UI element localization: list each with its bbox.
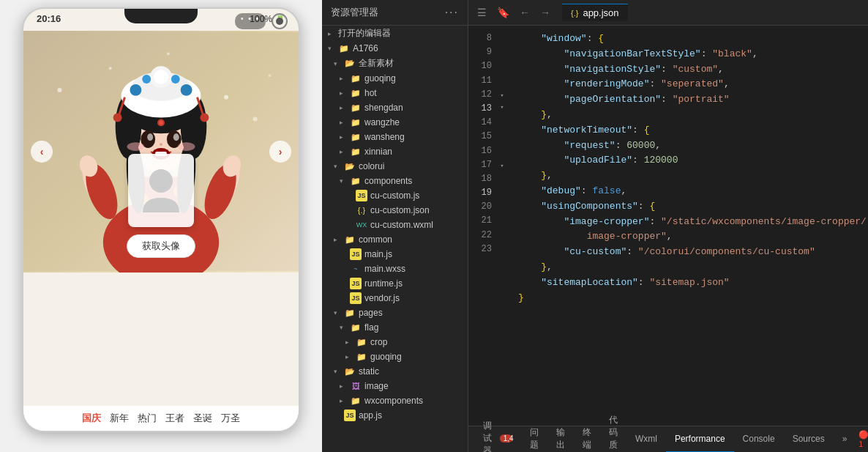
mainwxss-icon: ~	[350, 263, 362, 275]
wxcomponents-icon: 📁	[350, 395, 362, 407]
tag-wangzhe[interactable]: 王者	[165, 412, 184, 425]
issues-label: 问题	[530, 426, 539, 451]
tab-debugger[interactable]: 调试器 1,4	[474, 426, 521, 453]
phone-background-image: ‹ › 获取头像	[23, 31, 299, 273]
fold-btn-20	[498, 172, 506, 184]
fold-gutter: ▾ ▾ ▾	[498, 26, 509, 426]
tag-wansheng[interactable]: 万圣	[221, 412, 240, 425]
get-avatar-button[interactable]: 获取头像	[127, 234, 195, 258]
tag-shengdan[interactable]: 圣诞	[193, 412, 212, 425]
runtimejs-icon: JS	[350, 278, 362, 289]
mainwxss-label: main.wxss	[364, 264, 468, 274]
fold-btn-9	[498, 43, 506, 55]
hot-arrow	[340, 89, 350, 97]
folder-crop[interactable]: 📁 crop	[322, 335, 468, 349]
folder-common[interactable]: 📁 common	[322, 232, 468, 247]
cu-wxml-label: cu-custom.wxml	[370, 220, 468, 230]
three-dots[interactable]: • • •	[235, 13, 266, 29]
file-main-js[interactable]: JS main.js	[322, 247, 468, 262]
tab-console[interactable]: Console	[734, 426, 784, 453]
wangzhe-icon: 📁	[350, 116, 362, 128]
phone-top-controls: • • •	[235, 13, 288, 29]
common-label: common	[359, 234, 468, 245]
folder-pages[interactable]: 📁 pages	[322, 305, 468, 320]
tab-codequality[interactable]: 代码质量	[600, 426, 626, 453]
cu-json-label: cu-custom.json	[370, 205, 468, 215]
tab-more[interactable]: »	[834, 426, 856, 453]
code-line-8: "window": {	[509, 32, 868, 47]
file-runtime-js[interactable]: JS runtime.js	[322, 276, 468, 291]
cu-js-icon: JS	[356, 190, 367, 201]
record-button[interactable]	[272, 13, 288, 29]
code-content[interactable]: "window": { "navigationBarTextStyle": "b…	[509, 26, 868, 426]
debugger-label: 调试器	[483, 420, 497, 452]
code-line-13: },	[509, 108, 868, 123]
file-app-js[interactable]: JS app.js	[322, 408, 468, 423]
tag-guoqing[interactable]: 国庆	[82, 412, 101, 425]
json-tab-icon: {.}	[571, 9, 578, 18]
line-20: 20	[468, 200, 492, 214]
sources-label: Sources	[793, 434, 825, 444]
folder-hot[interactable]: 📁 hot	[322, 86, 468, 100]
file-cu-custom-json[interactable]: {.} cu-custom.json	[322, 203, 468, 218]
colorui-icon: 📂	[344, 160, 356, 172]
editor-tab-app-json[interactable]: {.} app.json	[562, 4, 628, 21]
nav-arrow-left[interactable]: ‹	[31, 141, 53, 163]
fold-btn-15	[498, 114, 506, 125]
cu-json-icon: {.}	[356, 204, 367, 216]
folder-colorui[interactable]: 📂 colorui	[322, 159, 468, 174]
folder-shengdan[interactable]: 📁 shengdan	[322, 100, 468, 115]
folder-quanxin[interactable]: 📂 全新素材	[322, 56, 468, 71]
image-label: image	[364, 381, 468, 391]
code-line-23: "sitemapLocation": "sitemap.json"	[509, 275, 868, 291]
folder-guoqing2[interactable]: 📁 guoqing	[322, 349, 468, 364]
back-icon[interactable]: ←	[517, 5, 533, 20]
components-arrow	[340, 177, 350, 185]
tab-output[interactable]: 输出	[547, 426, 574, 453]
guoqing2-arrow	[345, 353, 356, 360]
open-editors-section[interactable]: 打开的编辑器	[322, 26, 468, 41]
folder-xinnian[interactable]: 📁 xinnian	[322, 144, 468, 159]
tab-performance[interactable]: Performance	[666, 426, 734, 453]
fold-btn-10	[498, 55, 506, 67]
record-inner	[276, 18, 283, 25]
tab-wxml[interactable]: Wxml	[626, 426, 666, 453]
root-folder[interactable]: 📁 A1766	[322, 41, 468, 56]
bottom-toolbar: 调试器 1,4 问题 输出 终端 代码质量 Wxml Performance	[468, 426, 868, 452]
folder-static[interactable]: 📂 static	[322, 364, 468, 379]
fold-btn-14[interactable]: ▾	[498, 102, 506, 114]
hamburger-icon[interactable]: ☰	[474, 5, 490, 20]
folder-guoqing[interactable]: 📁 guoqing	[322, 71, 468, 86]
folder-wansheng[interactable]: 📁 wansheng	[322, 130, 468, 144]
folder-wangzhe[interactable]: 📁 wangzhe	[322, 115, 468, 130]
xinnian-arrow	[340, 148, 350, 155]
folder-image[interactable]: 🖼 image	[322, 379, 468, 393]
flag-arrow	[340, 324, 350, 331]
tag-hot[interactable]: 热门	[138, 412, 157, 425]
runtimejs-label: runtime.js	[364, 278, 468, 289]
file-vendor-js[interactable]: JS vendor.js	[322, 291, 468, 305]
fold-btn-19[interactable]: ▾	[498, 160, 506, 172]
file-main-wxss[interactable]: ~ main.wxss	[322, 262, 468, 276]
svg-point-45	[178, 142, 195, 151]
folder-wxcomponents[interactable]: 📁 wxcomponents	[322, 393, 468, 408]
bookmark-icon[interactable]: 🔖	[494, 5, 512, 20]
folder-flag[interactable]: 📁 flag	[322, 320, 468, 335]
tag-xinnian[interactable]: 新年	[110, 412, 129, 425]
nav-arrow-right[interactable]: ›	[269, 141, 291, 163]
error-count: 🔴 1	[858, 430, 868, 448]
wansheng-label: wansheng	[364, 132, 468, 142]
quanxin-label: 全新素材	[359, 57, 468, 70]
folder-components[interactable]: 📁 components	[322, 174, 468, 188]
forward-icon[interactable]: →	[537, 5, 553, 20]
file-cu-custom-wxml[interactable]: WX cu-custom.wxml	[322, 218, 468, 232]
explorer-panel: 资源管理器 ··· 打开的编辑器 📁 A1766 📂 全新素材 📁 guoqin…	[322, 0, 468, 452]
explorer-menu-icon[interactable]: ···	[445, 6, 459, 19]
tab-issues[interactable]: 问题	[521, 426, 547, 453]
tab-terminal[interactable]: 终端	[574, 426, 600, 453]
file-cu-custom-js[interactable]: JS cu-custom.js	[322, 188, 468, 203]
fold-btn-13[interactable]: ▾	[498, 90, 506, 102]
debug-tabs: 调试器 1,4 问题 输出 终端 代码质量 Wxml Performance	[474, 426, 856, 453]
tab-sources[interactable]: Sources	[784, 426, 834, 453]
code-editor-area[interactable]: 8 9 10 11 12 13 14 15 16 17 18 19 20 21 …	[468, 26, 868, 426]
